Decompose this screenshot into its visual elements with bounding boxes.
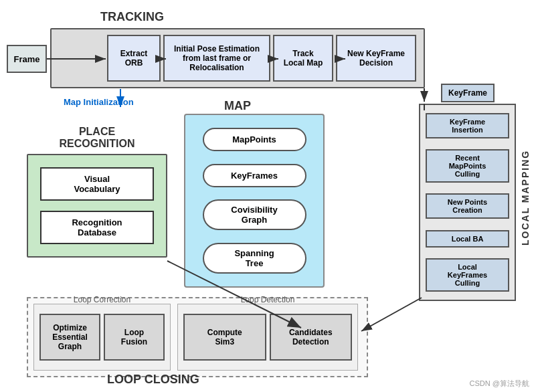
local-mapping-label: LOCAL MAPPING <box>520 110 531 284</box>
lm-recent-mappoints-culling: RecentMapPointsCulling <box>426 149 509 183</box>
extract-orb-box: ExtractORB <box>107 35 161 82</box>
loop-detection-label: Loop Detection <box>241 295 295 304</box>
tracking-steps: ExtractORB Initial Pose Estimationfrom l… <box>107 35 416 82</box>
loop-correction-box: Loop Correction OptimizeEssentialGraph L… <box>33 304 171 371</box>
lm-local-keyframes-culling: LocalKeyFramesCulling <box>426 258 509 292</box>
new-keyframe-box: New KeyFrameDecision <box>336 35 416 82</box>
compute-sim3-box: ComputeSim3 <box>183 314 266 361</box>
initial-pose-box: Initial Pose Estimationfrom last frame o… <box>163 35 270 82</box>
map-initialization-text: Map Initialization <box>64 97 134 107</box>
map-item-covisibility: CovisibilityGraph <box>203 199 306 230</box>
map-label: MAP <box>224 99 251 113</box>
loop-detection-items: ComputeSim3 CandidatesDetection <box>178 304 357 370</box>
lm-local-ba: Local BA <box>426 230 509 248</box>
visual-vocabulary-box: VisualVocabulary <box>40 167 154 201</box>
loop-fusion-box: LoopFusion <box>104 314 165 361</box>
loop-closing-label: LOOP CLOSING <box>107 373 199 387</box>
place-recognition-label: PLACERECOGNITION <box>37 126 157 150</box>
svg-line-10 <box>361 298 422 331</box>
frame-box: Frame <box>7 45 47 73</box>
watermark: CSDN @算法导航 <box>470 379 529 389</box>
map-box: MapPoints KeyFrames CovisibilityGraph Sp… <box>184 114 325 288</box>
place-recognition-box: VisualVocabulary RecognitionDatabase <box>27 154 167 258</box>
recognition-database-box: RecognitionDatabase <box>40 211 154 244</box>
lm-new-points-creation: New PointsCreation <box>426 193 509 219</box>
diagram-container: TRACKING Frame ExtractORB Initial Pose E… <box>0 0 536 392</box>
map-item-mappoints: MapPoints <box>203 128 306 151</box>
map-item-spanning-tree: SpanningTree <box>203 243 306 274</box>
track-local-map-box: TrackLocal Map <box>273 35 333 82</box>
optimize-essential-graph-box: OptimizeEssentialGraph <box>39 314 100 361</box>
loop-correction-label: Loop Correction <box>74 295 130 304</box>
local-mapping-outer-box: KeyFrameInsertion RecentMapPointsCulling… <box>419 104 516 301</box>
lm-keyframe-insertion: KeyFrameInsertion <box>426 113 509 138</box>
candidates-detection-box: CandidatesDetection <box>270 314 353 361</box>
map-item-keyframes: KeyFrames <box>203 164 306 187</box>
tracking-label: TRACKING <box>100 10 164 24</box>
loop-correction-items: OptimizeEssentialGraph LoopFusion <box>34 304 170 370</box>
keyframe-box: KeyFrame <box>441 84 495 102</box>
loop-detection-box: Loop Detection ComputeSim3 CandidatesDet… <box>177 304 358 371</box>
